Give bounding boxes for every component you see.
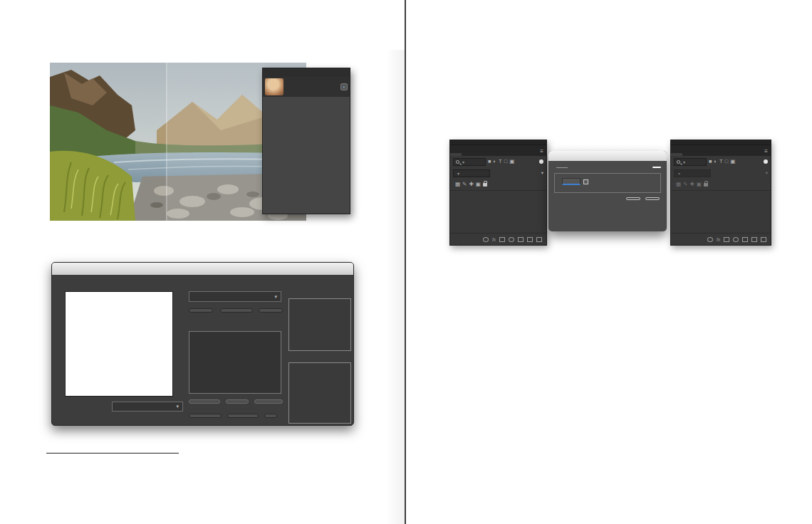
layers-panel-before: ≡ ▾ ■ ◐ T □ ▣ ▾ xyxy=(449,140,547,246)
blend-mode-select[interactable]: ▾ xyxy=(453,169,490,177)
new-group-icon[interactable] xyxy=(742,237,748,242)
lock-row: ▦ ✎ ✚ ▣ xyxy=(450,179,546,190)
panel-dock-bar xyxy=(450,140,546,145)
curve-plot[interactable] xyxy=(65,291,173,397)
delete-layer-icon[interactable] xyxy=(536,237,542,242)
dialog-actions xyxy=(548,193,667,200)
gap-input[interactable] xyxy=(556,167,568,168)
add-numeral-checkbox[interactable] xyxy=(583,179,588,184)
shape-filter-icon[interactable]: □ xyxy=(504,159,508,164)
lock-transparency-icon[interactable]: ▦ xyxy=(676,182,681,187)
panel-tab-row: ≡ xyxy=(450,145,546,156)
suffix-row xyxy=(559,178,656,185)
math-methods-list[interactable] xyxy=(288,362,351,424)
dan-margulis-portrait xyxy=(265,78,283,95)
try-button[interactable] xyxy=(226,399,249,404)
blend-row: ▾ ▾ xyxy=(671,167,771,179)
formula-textarea[interactable] xyxy=(189,331,281,394)
generative-art-figure xyxy=(449,280,767,426)
panel-menu-icon[interactable]: ≡ xyxy=(540,148,546,156)
cancel-button[interactable] xyxy=(189,399,220,404)
layers-list xyxy=(671,190,771,191)
adjustment-filter-icon[interactable]: ◐ xyxy=(494,159,497,164)
lock-all-icon[interactable] xyxy=(704,183,708,187)
help-button[interactable] xyxy=(264,414,277,418)
layer-style-icon[interactable]: fx xyxy=(717,237,720,242)
new-button[interactable] xyxy=(189,308,213,313)
lock-all-icon[interactable] xyxy=(483,183,487,187)
layer-mask-icon[interactable] xyxy=(499,237,505,242)
pixel-filter-icon[interactable]: ■ xyxy=(488,159,491,164)
layers-tab[interactable] xyxy=(671,153,682,156)
delete-layer-icon[interactable] xyxy=(761,237,766,242)
filter-toggle-icon[interactable] xyxy=(539,159,543,164)
panel-tab-row: ≡ xyxy=(671,145,771,156)
type-filter-icon[interactable]: T xyxy=(499,159,502,164)
ppw-tools-panel: ▾ xyxy=(262,68,350,214)
smart-object-filter-icon[interactable]: ▣ xyxy=(509,159,514,164)
document-viewer: ▾ ▾ ▾ xyxy=(0,0,812,524)
gap-row xyxy=(548,161,667,168)
link-layers-icon[interactable] xyxy=(483,237,489,242)
type-filter-icon[interactable]: T xyxy=(719,159,723,164)
generative-art-image xyxy=(449,280,767,426)
lock-artboard-icon[interactable]: ▣ xyxy=(697,182,702,187)
adjustment-filter-icon[interactable]: ◐ xyxy=(714,159,718,164)
panel-bottom-toolbar: fx xyxy=(671,233,771,245)
math-properties-list[interactable] xyxy=(288,298,351,351)
filter-row: ▾ ■ ◐ T □ ▣ xyxy=(450,156,546,167)
remove-button[interactable] xyxy=(220,308,253,313)
landscape-photo: ▾ xyxy=(50,63,306,221)
pixel-filter-icon[interactable]: ■ xyxy=(709,159,712,164)
preset-select[interactable]: ▾ xyxy=(189,291,281,302)
new-layer-icon[interactable] xyxy=(527,237,533,242)
split-layers-figure: ≡ ▾ ■ ◐ T □ ▣ ▾ xyxy=(406,140,812,246)
layer-style-icon[interactable]: fx xyxy=(492,237,496,242)
layer-mask-icon[interactable] xyxy=(724,237,729,242)
smart-object-filter-icon[interactable]: ▣ xyxy=(730,159,735,164)
filter-row: ▾ ■ ◐ T □ ▣ xyxy=(671,156,771,167)
page-3: ≡ ▾ ■ ◐ T □ ▣ ▾ xyxy=(406,0,812,524)
preview-button[interactable] xyxy=(652,167,661,168)
link-layers-icon[interactable] xyxy=(707,237,713,242)
dialog-title-bar[interactable] xyxy=(548,151,667,161)
shape-filter-icon[interactable]: □ xyxy=(725,159,729,164)
curve-chart xyxy=(66,292,172,396)
ppw-title-bar xyxy=(263,68,350,77)
lock-pixels-icon[interactable]: ✎ xyxy=(683,182,687,187)
display-option-select[interactable]: ▾ xyxy=(112,402,183,412)
reset-button[interactable] xyxy=(259,308,283,313)
tutorial-button[interactable] xyxy=(227,414,259,418)
dialog-title-bar[interactable] xyxy=(52,263,353,275)
new-group-icon[interactable] xyxy=(518,237,524,242)
lock-row: ▦ ✎ ✚ ▣ xyxy=(671,179,771,190)
math-ref-button[interactable] xyxy=(189,414,222,418)
footnote-rule xyxy=(46,453,179,454)
kind-filter-select[interactable]: ▾ xyxy=(453,158,486,166)
filter-toggle-icon[interactable] xyxy=(764,159,768,164)
kind-filter-select[interactable]: ▾ xyxy=(674,158,707,166)
page-gutter-shadow xyxy=(386,50,405,524)
panel-menu-icon[interactable]: ≡ xyxy=(764,148,771,156)
page-2: ▾ ▾ ▾ xyxy=(0,0,406,524)
ok-button[interactable] xyxy=(626,197,640,200)
ppw-banner: ▾ xyxy=(263,77,350,97)
lock-position-icon[interactable]: ✚ xyxy=(689,182,694,187)
adjustment-layer-icon[interactable] xyxy=(509,237,514,242)
suffix-input[interactable] xyxy=(562,178,581,185)
layers-tab[interactable] xyxy=(450,153,462,156)
lock-pixels-icon[interactable]: ✎ xyxy=(462,182,467,187)
lock-transparency-icon[interactable]: ▦ xyxy=(455,182,460,187)
new-layer-icon[interactable] xyxy=(751,237,757,242)
blend-mode-select[interactable]: ▾ xyxy=(674,169,711,177)
parametric-curves-dialog: ▾ ▾ xyxy=(51,262,354,426)
panel-dock-bar xyxy=(671,140,771,145)
apply-button[interactable] xyxy=(254,399,283,404)
layers-list xyxy=(450,190,546,191)
adjustment-layer-icon[interactable] xyxy=(733,237,739,242)
main-panel-button[interactable]: ▾ xyxy=(340,83,348,90)
lock-position-icon[interactable]: ✚ xyxy=(469,182,473,187)
ppw-top-buttons xyxy=(263,97,350,101)
cancel-button[interactable] xyxy=(645,197,660,200)
lock-artboard-icon[interactable]: ▣ xyxy=(476,182,481,187)
